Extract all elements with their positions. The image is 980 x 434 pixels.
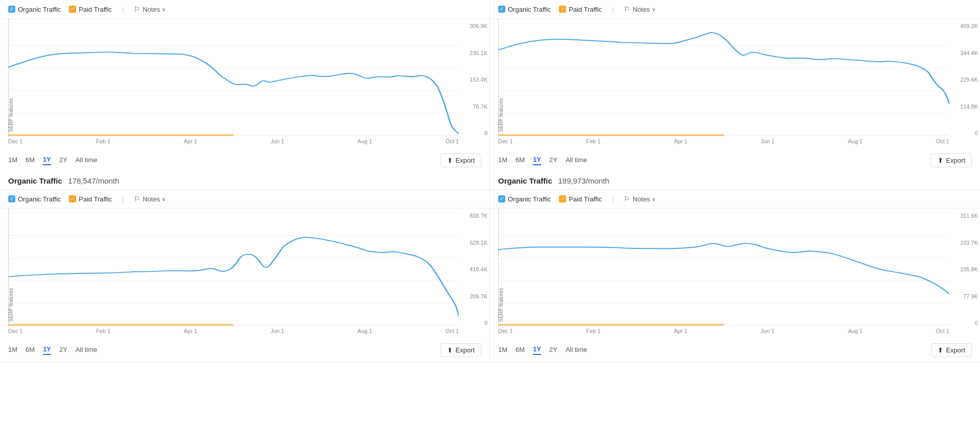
export-button[interactable]: ⬆ Export [931,343,972,357]
organic-checkbox[interactable]: ✓ [8,195,15,202]
period-1y[interactable]: 1Y [533,345,541,355]
organic-traffic-legend[interactable]: ✓ Organic Traffic [8,6,61,13]
check-icon: ✓ [10,196,14,201]
notes-toggle[interactable]: ⚐ Notes ∨ [134,195,165,203]
period-2y[interactable]: 2Y [549,346,557,354]
x-axis-label: Dec 1 [8,328,23,334]
x-axis-label: Feb 1 [586,138,601,144]
y-axis-value: 153.4K [459,76,487,83]
chevron-down-icon: ∨ [652,196,655,202]
period-6m[interactable]: 6M [516,346,525,354]
period-all-time[interactable]: All time [76,156,97,165]
period-all-time[interactable]: All time [76,346,97,354]
notes-toggle[interactable]: ⚐ Notes ∨ [624,5,655,13]
x-axis-label: Dec 1 [498,328,513,334]
period-6m[interactable]: 6M [516,156,525,165]
y-axis-value: 233.7K [950,240,978,246]
upload-icon: ⬆ [447,157,453,164]
paid-checkbox[interactable]: ✓ [559,6,566,13]
period-1y[interactable]: 1Y [533,156,541,165]
organic-checkbox[interactable]: ✓ [498,195,505,202]
period-1y[interactable]: 1Y [43,345,51,355]
period-6m[interactable]: 6M [26,156,35,165]
paid-traffic-legend[interactable]: ✓ Paid Traffic [69,6,112,13]
notes-icon: ⚐ [624,5,630,13]
y-axis-value: 344.4K [950,50,978,56]
organic-traffic-legend[interactable]: ✓ Organic Traffic [498,195,551,203]
x-axis-label: Apr 1 [184,328,197,334]
traffic-line [8,237,459,316]
paid-checkbox[interactable]: ✓ [559,195,566,202]
chart-area: SERP features 306.9K230.1K153.4K76.7K0 [0,19,489,136]
notes-label: Notes [142,195,160,203]
panel-4: ✓ Organic Traffic ✓ Paid Traffic | ⚐ Not… [490,190,980,363]
paid-traffic-legend[interactable]: ✓ Paid Traffic [559,195,602,203]
period-all-time[interactable]: All time [566,346,587,354]
y-axis-value: 419.4K [459,266,487,272]
upload-icon: ⬆ [938,157,943,164]
paid-traffic-legend[interactable]: ✓ Paid Traffic [559,6,602,13]
period-2y[interactable]: 2Y [59,346,67,354]
notes-label: Notes [142,6,160,13]
x-axis-label: Oct 1 [936,138,949,144]
controls-row: 1M 6M 1Y 2Y All time ⬆ Export [490,338,980,362]
paid-checkbox[interactable]: ✓ [69,6,76,13]
period-1m[interactable]: 1M [8,346,17,354]
period-1y[interactable]: 1Y [43,156,51,165]
paid-label: Paid Traffic [569,6,602,13]
period-all-time[interactable]: All time [566,156,587,165]
period-2y[interactable]: 2Y [549,156,557,165]
legend-separator: | [122,6,124,13]
legend-row: ✓ Organic Traffic ✓ Paid Traffic | ⚐ Not… [490,0,980,19]
y-axis-value: 0 [459,320,487,326]
x-axis-label: Oct 1 [446,138,459,144]
y-axis-value: 114.8K [950,104,978,110]
x-axis-label: Jun 1 [271,328,284,334]
export-button[interactable]: ⬆ Export [440,154,481,167]
paid-traffic-legend[interactable]: ✓ Paid Traffic [69,195,112,203]
organic-checkbox[interactable]: ✓ [498,6,505,13]
y-axis-value: 306.9K [459,23,487,29]
y-axis-value: 155.8K [950,266,978,272]
period-2y[interactable]: 2Y [59,156,67,165]
legend-row: ✓ Organic Traffic ✓ Paid Traffic | ⚐ Not… [0,0,489,19]
chart-area: SERP features 459.2K344.4K229.6K114.8K0 [490,19,980,136]
metric-label: Organic Traffic [498,176,552,185]
organic-label: Organic Traffic [508,6,551,13]
check-icon: ✓ [10,7,14,12]
notes-toggle[interactable]: ⚐ Notes ∨ [134,5,165,13]
notes-label: Notes [632,6,650,13]
chart-area: SERP features 838.7K629.1K419.4K209.7K0 [0,209,489,326]
y-axis-value: 0 [950,320,978,326]
legend-row: ✓ Organic Traffic ✓ Paid Traffic | ⚐ Not… [490,190,980,209]
export-button[interactable]: ⬆ Export [931,154,972,167]
period-1m[interactable]: 1M [498,346,507,354]
x-axis-label: Apr 1 [674,138,687,144]
export-button[interactable]: ⬆ Export [440,343,481,357]
serp-label: SERP features [498,21,504,136]
serp-label: SERP features [8,211,14,326]
x-axis-label: Jun 1 [761,138,774,144]
period-6m[interactable]: 6M [26,346,35,354]
x-axis-label: Dec 1 [498,138,513,144]
legend-row: ✓ Organic Traffic ✓ Paid Traffic | ⚐ Not… [0,190,489,209]
legend-separator: | [122,195,124,203]
export-label: Export [946,157,965,164]
traffic-line [498,33,949,104]
time-period-selector: 1M 6M 1Y 2Y All time [498,345,587,355]
check-icon-paid: ✓ [560,196,565,201]
x-axis-label: Dec 1 [8,138,23,144]
y-axis-value: 229.6K [950,76,978,83]
paid-checkbox[interactable]: ✓ [69,195,76,202]
x-axis-row: Dec 1Feb 1Apr 1Jun 1Aug 1Oct 1 [0,326,489,338]
organic-traffic-legend[interactable]: ✓ Organic Traffic [8,195,61,203]
y-axis-labels: 306.9K230.1K153.4K76.7K0 [459,23,487,136]
organic-traffic-legend[interactable]: ✓ Organic Traffic [498,6,551,13]
x-axis-row: Dec 1Feb 1Apr 1Jun 1Aug 1Oct 1 [490,136,980,148]
organic-checkbox[interactable]: ✓ [8,6,15,13]
x-axis-label: Oct 1 [936,328,949,334]
period-1m[interactable]: 1M [498,156,507,165]
x-axis-label: Aug 1 [357,138,372,144]
notes-toggle[interactable]: ⚐ Notes ∨ [624,195,655,203]
period-1m[interactable]: 1M [8,156,17,165]
